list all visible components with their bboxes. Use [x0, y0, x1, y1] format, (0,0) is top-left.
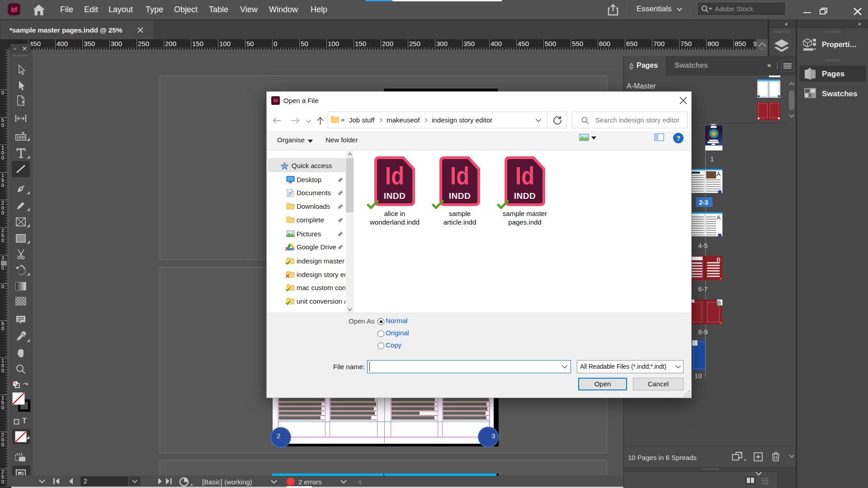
svg-text:Id: Id [515, 161, 534, 190]
svg-text:Id: Id [385, 161, 404, 190]
svg-text:INDD: INDD [384, 191, 406, 201]
svg-text:INDD: INDD [449, 191, 471, 201]
svg-text:Id: Id [450, 161, 469, 190]
svg-text:INDD: INDD [514, 191, 536, 201]
